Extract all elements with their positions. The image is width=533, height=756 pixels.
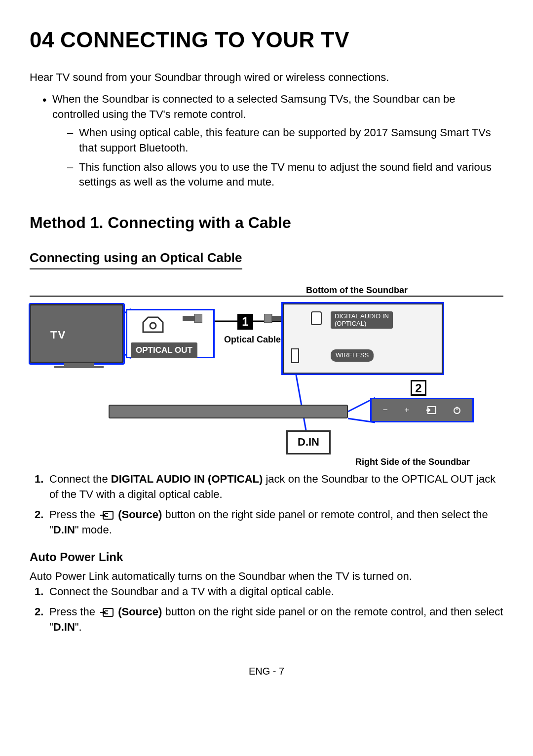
bullet-list: When the Soundbar is connected to a sele… [42,92,503,190]
method-heading: Method 1. Connecting with a Cable [30,212,503,234]
svg-rect-9 [183,316,194,321]
volume-plus-icon: + [404,404,409,416]
bold-text: (Source) [118,605,162,618]
optical-out-label: OPTICAL OUT [131,342,197,358]
apl-heading: Auto Power Link [30,549,503,566]
bullet-item: When the Soundbar is connected to a sele… [42,92,503,190]
usb-port-icon [311,311,322,325]
section-heading: 04CONNECTING TO YOUR TV [30,25,503,55]
tv-label: TV [50,328,66,343]
apl-intro: Auto Power Link automatically turns on t… [30,569,503,584]
optical-port-icon [141,315,165,335]
svg-rect-11 [264,314,272,323]
step-number: 1. [35,584,43,600]
cable-tip-right-icon [264,314,284,323]
bullet-text: When the Soundbar is connected to a sele… [52,93,456,120]
wireless-label: WIRELESS [331,349,374,361]
svg-point-8 [150,323,156,329]
sub-heading: Connecting using an Optical Cable [30,249,242,269]
source-icon [426,406,437,415]
bold-text: D.IN [53,524,75,536]
digital-audio-in-label: DIGITAL AUDIO IN(OPTICAL) [331,311,393,329]
step-list: 1. Connect the DIGITAL AUDIO IN (OPTICAL… [35,472,503,537]
connection-diagram: Bottom of the Soundbar TV OPTICAL OUT 1 … [30,284,503,462]
source-icon [99,607,114,617]
section-number: 04 [30,28,54,52]
din-label: D.IN [286,430,331,454]
step-item: 1. Connect the Soundbar and a TV with a … [35,584,503,600]
cable-tip-left-icon [183,314,202,323]
soundbar-side-panel: − + [370,398,474,422]
section-title-text: CONNECTING TO YOUR TV [60,28,349,52]
bold-text: D.IN [53,621,75,633]
bold-text: (Source) [118,508,162,521]
source-icon [99,510,114,520]
dash-list: When using optical cable, this feature c… [67,125,503,190]
apl-step-list: 1. Connect the Soundbar and a TV with a … [35,584,503,635]
soundbar-icon [109,405,348,418]
svg-rect-10 [194,314,202,323]
tv-icon [30,304,123,363]
intro-text: Hear TV sound from your Soundbar through… [30,70,503,85]
step-item: 2. Press the (Source) button on the righ… [35,605,503,635]
diagram-bottom-caption: Right Side of the Soundbar [355,456,470,468]
power-icon [453,406,461,414]
page-number: ENG - 7 [30,664,503,678]
step-number: 2. [35,605,43,620]
tv-base [54,366,104,368]
bold-text: DIGITAL AUDIO IN (OPTICAL) [111,473,263,485]
diagram-top-caption: Bottom of the Soundbar [306,284,408,297]
dash-item: This function also allows you to use the… [67,160,503,190]
step-item: 2. Press the (Source) button on the righ… [35,507,503,538]
cable-label: Optical Cable [224,334,281,346]
dash-item: When using optical cable, this feature c… [67,125,503,156]
svg-line-7 [296,375,306,430]
step-badge-2: 2 [411,380,426,396]
step-number: 1. [35,472,43,487]
step-badge-1: 1 [237,314,253,330]
step-number: 2. [35,507,43,523]
volume-minus-icon: − [383,404,388,416]
optical-in-port-icon [291,348,299,363]
step-item: 1. Connect the DIGITAL AUDIO IN (OPTICAL… [35,472,503,502]
